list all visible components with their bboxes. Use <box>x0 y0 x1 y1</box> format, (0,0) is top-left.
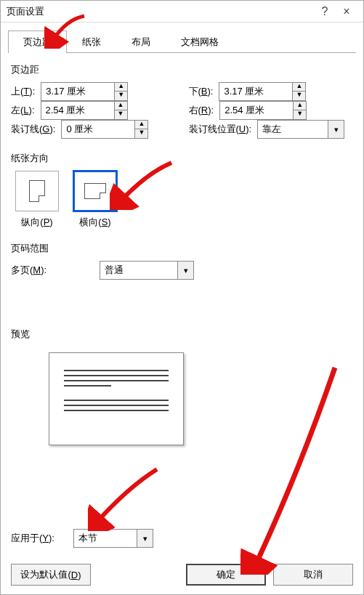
tab-grid[interactable]: 文档网格 <box>166 31 234 53</box>
input-gutter-pos[interactable] <box>258 124 328 135</box>
spin-down-icon[interactable]: ▼ <box>294 110 306 119</box>
page-setup-dialog: 页面设置 ? × 页边距 纸张 布局 文档网格 页边距 上(T): ▲▼ 下(B… <box>0 0 364 595</box>
spin-bottom[interactable]: ▲▼ <box>219 82 306 101</box>
input-bottom[interactable] <box>219 86 292 97</box>
margins-section: 页边距 上(T): ▲▼ 下(B): ▲▼ 左(L): <box>1 53 363 142</box>
cancel-button[interactable]: 取消 <box>273 564 353 586</box>
spin-down-icon[interactable]: ▼ <box>115 92 127 100</box>
spin-gutter[interactable]: ▲▼ <box>61 120 148 139</box>
input-left[interactable] <box>41 105 114 116</box>
chevron-down-icon[interactable]: ▾ <box>137 530 153 547</box>
orientation-heading: 纸张方向 <box>11 152 353 165</box>
select-gutter-pos[interactable]: ▾ <box>257 120 344 139</box>
tab-margins[interactable]: 页边距 <box>8 31 67 53</box>
portrait-page-icon <box>29 180 45 202</box>
close-button[interactable]: × <box>336 5 357 18</box>
select-multi[interactable]: ▾ <box>100 261 194 280</box>
preview-page <box>49 352 184 445</box>
label-bottom: 下(B): <box>189 85 214 98</box>
chevron-down-icon[interactable]: ▾ <box>328 121 344 138</box>
tab-strip: 页边距 纸张 布局 文档网格 <box>8 30 356 53</box>
landscape-label: 横向(S) <box>73 216 117 229</box>
input-top[interactable] <box>41 86 114 97</box>
spin-down-icon[interactable]: ▼ <box>293 92 305 100</box>
label-apply: 应用于(Y): <box>11 532 68 545</box>
spin-down-icon[interactable]: ▼ <box>115 110 127 119</box>
orientation-section: 纸张方向 纵向(P) 横向(S) <box>1 142 363 232</box>
set-default-button[interactable]: 设为默认值(D) <box>11 564 91 586</box>
input-multi[interactable] <box>100 265 177 276</box>
preview-heading: 预览 <box>11 328 353 341</box>
label-gutter-pos: 装订线位置(U): <box>189 123 252 136</box>
spin-down-icon[interactable]: ▼ <box>135 129 147 138</box>
apply-section: 应用于(Y): ▾ <box>1 519 363 555</box>
dialog-footer: 设为默认值(D) 确定 取消 <box>1 564 363 586</box>
preview-section: 预览 <box>1 317 363 448</box>
help-button[interactable]: ? <box>314 5 336 18</box>
spin-top[interactable]: ▲▼ <box>41 82 128 101</box>
label-gutter: 装订线(G): <box>11 123 55 136</box>
label-left: 左(L): <box>11 104 35 117</box>
orientation-portrait[interactable]: 纵向(P) <box>15 171 59 229</box>
spin-right[interactable]: ▲▼ <box>219 101 307 120</box>
input-gutter[interactable] <box>62 124 134 135</box>
pages-section: 页码范围 多页(M): ▾ <box>1 232 363 287</box>
input-right[interactable] <box>220 105 293 116</box>
landscape-page-icon <box>84 183 106 199</box>
tab-paper[interactable]: 纸张 <box>67 31 116 53</box>
label-top: 上(T): <box>11 85 35 98</box>
tab-layout[interactable]: 布局 <box>116 31 166 53</box>
dialog-title: 页面设置 <box>7 5 314 18</box>
spin-left[interactable]: ▲▼ <box>41 101 128 120</box>
select-apply[interactable]: ▾ <box>73 529 153 548</box>
orientation-landscape[interactable]: 横向(S) <box>73 171 117 229</box>
margins-heading: 页边距 <box>11 63 353 76</box>
titlebar: 页面设置 ? × <box>1 1 363 23</box>
pages-heading: 页码范围 <box>11 242 353 255</box>
input-apply[interactable] <box>74 533 137 544</box>
ok-button[interactable]: 确定 <box>186 564 266 586</box>
label-right: 右(R): <box>189 104 214 117</box>
portrait-label: 纵向(P) <box>15 216 59 229</box>
chevron-down-icon[interactable]: ▾ <box>177 262 193 279</box>
label-multi: 多页(M): <box>11 264 68 277</box>
